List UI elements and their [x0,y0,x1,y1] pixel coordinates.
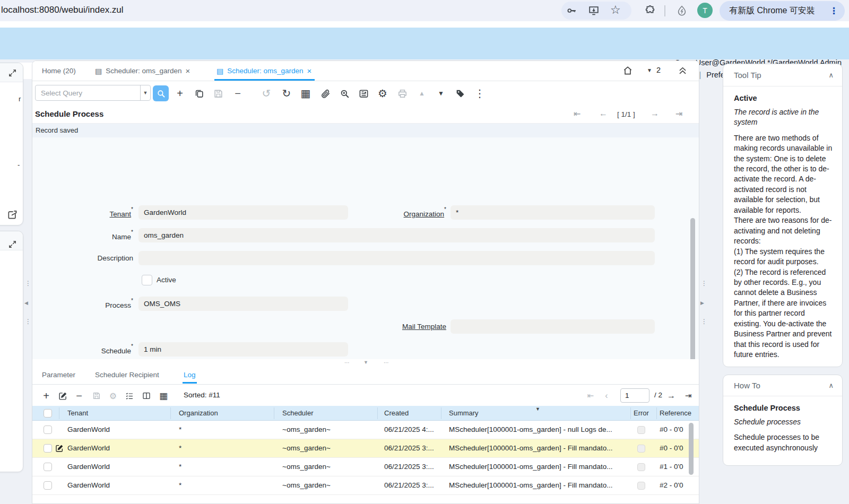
schedule-field[interactable]: 1 min [138,342,348,357]
splitter-grip[interactable]: ⋮ [25,280,32,287]
select-query-input[interactable] [36,85,140,100]
toggle-panel-icon[interactable] [140,389,153,402]
splitter-grip[interactable]: ⋯ [344,360,350,366]
print-icon[interactable] [394,85,410,101]
row-checkbox[interactable] [44,425,52,434]
column-header-reference[interactable]: Reference [660,409,691,417]
attachment-icon[interactable] [317,85,333,101]
expand-icon[interactable] [8,68,17,77]
splitter-grip[interactable]: ⋯ [384,360,389,366]
tab-scheduler-recipient[interactable]: Scheduler Recipient [95,371,159,379]
close-icon[interactable]: × [307,66,312,75]
key-icon[interactable] [566,5,577,16]
first-page-icon[interactable]: ⇤ [584,389,597,402]
undo-icon[interactable]: ↺ [258,85,274,101]
collapse-caret-icon[interactable]: ∧ [828,381,834,389]
label-tag-icon[interactable] [452,85,468,101]
install-app-icon[interactable] [588,5,600,16]
chrome-update-button[interactable]: 有新版 Chrome 可安裝 ⋮ [720,1,845,21]
chevron-down-icon[interactable]: ▼ [140,85,150,100]
splitter-grip[interactable]: ⋮ [701,280,708,287]
splitter-grip[interactable]: ⋮ [701,318,708,325]
table-row[interactable]: GardenWorld * ~oms_garden~ 06/21/2025 3:… [32,476,699,495]
table-row[interactable]: GardenWorld * ~oms_garden~ 06/21/2025 3:… [32,458,699,476]
collapse-left-arrow[interactable]: ◀ [24,300,28,306]
address-bar[interactable]: localhost:8080/webui/index.zul [1,5,124,15]
edit-row-icon[interactable] [55,444,64,453]
grid-toggle-icon[interactable]: ▦ [298,85,314,101]
tab-parameter[interactable]: Parameter [42,371,75,379]
column-header-tenant[interactable]: Tenant [67,409,88,417]
bookmark-star-icon[interactable]: ☆ [610,3,621,17]
close-icon[interactable]: × [186,66,190,75]
delete-row-icon[interactable]: − [73,389,85,402]
column-header-summary[interactable]: Summary [449,409,479,417]
mail-template-field[interactable] [451,319,655,334]
window-list-caret-icon[interactable]: ▼ [647,67,652,73]
previous-record-icon[interactable]: ← [599,109,608,118]
next-page-icon[interactable]: → [665,389,678,402]
column-header-error[interactable]: Error [634,409,649,417]
table-row[interactable]: GardenWorld * ~oms_garden~ 06/21/2025 4:… [32,421,699,439]
column-header-scheduler[interactable]: Scheduler [282,409,314,417]
report-icon[interactable] [356,85,371,101]
process-field[interactable]: OMS_OMS [138,297,348,311]
process-gear-icon[interactable]: ⚙ [375,85,391,101]
previous-page-icon[interactable]: ‹ [600,389,613,402]
row-checkbox[interactable] [44,444,52,453]
form-scrollbar[interactable] [690,218,695,359]
browser-menu-icon[interactable]: ⋮ [829,5,838,16]
last-record-icon[interactable]: ⇥ [675,109,682,119]
tab-scheduler-1[interactable]: ▤ Scheduler: oms_garden × [95,61,190,81]
battery-saver-leaf-icon[interactable] [676,5,688,16]
tab-log[interactable]: Log [184,371,196,379]
home-icon[interactable] [622,65,633,76]
select-all-checkbox[interactable] [44,409,52,418]
save-record-icon[interactable] [210,85,226,101]
sort-desc-icon[interactable]: ▼ [535,406,540,412]
column-header-created[interactable]: Created [384,409,409,417]
tenant-label[interactable]: Tenant* [43,208,133,218]
page-number-input[interactable] [620,388,649,403]
save-row-icon[interactable] [90,389,103,402]
active-checkbox[interactable] [142,275,152,285]
row-checkbox[interactable] [44,463,52,471]
grid-view-icon[interactable]: ▦ [157,389,170,402]
organization-field[interactable]: * [451,205,655,220]
first-record-icon[interactable]: ⇤ [574,109,581,119]
extensions-icon[interactable] [644,5,656,16]
zoom-across-icon[interactable] [336,85,352,101]
splitter-collapse-icon[interactable]: ▼ [363,360,368,365]
horizontal-splitter[interactable]: ⋯ ▼ ⋯ [32,359,699,367]
browser-profile-avatar[interactable]: T [697,3,713,18]
tooltip-panel-header[interactable]: Tool Tip ∧ [723,64,842,86]
splitter-grip[interactable]: ⋮ [25,318,32,325]
organization-label[interactable]: Organization* [319,208,446,218]
table-row-selected[interactable]: GardenWorld * ~oms_garden~ 06/21/2025 3:… [32,439,699,458]
column-header-organization[interactable]: Organization [179,409,218,417]
next-record-icon[interactable]: → [651,109,659,118]
edit-row-icon[interactable] [56,389,69,402]
tab-home[interactable]: Home (20) [42,61,76,81]
mail-template-label[interactable]: Mail Template [319,323,446,331]
collapse-caret-icon[interactable]: ∧ [828,71,834,79]
collapse-all-icon[interactable] [678,65,688,75]
description-field[interactable] [138,251,655,265]
copy-record-icon[interactable] [191,85,207,101]
refresh-icon[interactable]: ↻ [279,85,294,101]
name-field[interactable]: oms_garden [138,228,655,242]
collapse-right-arrow[interactable]: ▶ [700,300,704,306]
log-table-scrollbar[interactable] [689,423,694,475]
find-record-button[interactable] [153,85,169,101]
tab-scheduler-2-active[interactable]: ▤ Scheduler: oms_garden × [216,61,311,81]
process-row-gear-icon[interactable]: ⚙ [107,389,119,402]
tenant-field[interactable]: GardenWorld [138,205,348,220]
more-actions-icon[interactable]: ⋮ [472,85,488,101]
add-row-icon[interactable]: + [40,389,53,402]
howto-panel-header[interactable]: How To ∧ [723,375,842,396]
detail-record-icon[interactable]: ▼ [433,85,449,101]
customize-grid-icon[interactable] [123,389,136,402]
parent-record-icon[interactable]: ▲ [414,85,430,101]
row-checkbox[interactable] [44,481,52,490]
new-record-icon[interactable]: + [172,85,188,101]
